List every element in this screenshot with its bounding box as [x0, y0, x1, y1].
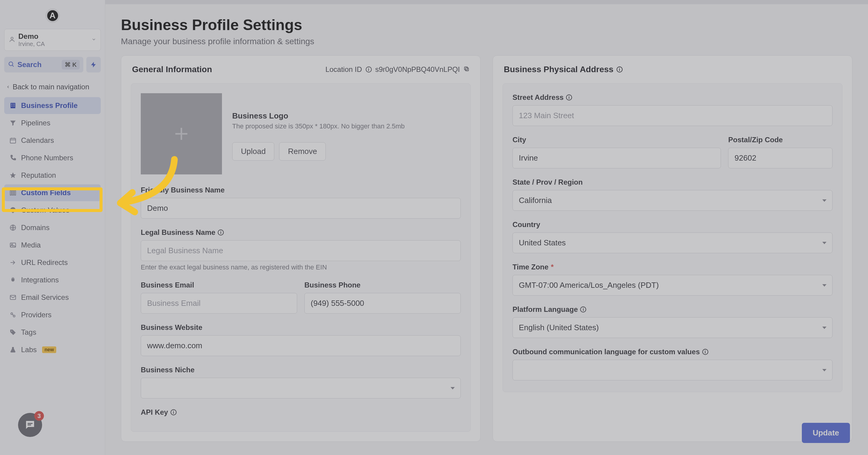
- info-icon[interactable]: i: [617, 66, 623, 72]
- sidebar-item-phone-numbers[interactable]: Phone Numbers: [4, 149, 101, 166]
- phone-label: Business Phone: [304, 281, 461, 289]
- country-label: Country: [513, 220, 833, 229]
- email-label: Business Email: [141, 281, 297, 289]
- svg-rect-6: [11, 105, 12, 107]
- plug-icon: [9, 276, 17, 284]
- search-shortcut: ⌘ K: [62, 60, 80, 69]
- nav-label: Domains: [21, 223, 50, 232]
- svg-rect-25: [464, 67, 467, 70]
- sidebar-item-url-redirects[interactable]: URL Redirects: [4, 254, 101, 271]
- copy-icon[interactable]: [463, 65, 469, 74]
- friendly-name-label: Friendly Business Name: [141, 186, 461, 194]
- city-input[interactable]: [513, 148, 721, 169]
- phone-icon: [9, 154, 17, 162]
- sidebar-item-labs[interactable]: Labs new: [4, 341, 101, 358]
- info-icon[interactable]: i: [366, 66, 372, 72]
- app-logo: A: [45, 8, 60, 23]
- sidebar-item-calendars[interactable]: Calendars: [4, 132, 101, 149]
- friendly-name-input[interactable]: [141, 198, 461, 219]
- zip-label: Postal/Zip Code: [728, 135, 833, 144]
- providers-icon: [9, 311, 17, 319]
- nav-label: Reputation: [21, 171, 56, 180]
- tags-icon: [9, 328, 17, 336]
- sidebar-item-domains[interactable]: Domains: [4, 219, 101, 236]
- info-icon[interactable]: i: [566, 94, 572, 100]
- sidebar-item-providers[interactable]: Providers: [4, 306, 101, 323]
- chevron-down-icon: [91, 37, 96, 43]
- upload-button[interactable]: Upload: [232, 142, 274, 160]
- nav-label: Labs: [21, 345, 37, 354]
- outbound-lang-select[interactable]: [513, 360, 833, 381]
- nav-label: Integrations: [21, 276, 59, 284]
- chat-fab[interactable]: 3: [18, 413, 42, 437]
- phone-input[interactable]: [304, 293, 461, 314]
- building-icon: [9, 102, 17, 110]
- general-info-title: General Information: [132, 65, 212, 74]
- sidebar-item-business-profile[interactable]: Business Profile: [4, 97, 101, 114]
- sidebar-item-email-services[interactable]: Email Services: [4, 289, 101, 306]
- sidebar-item-integrations[interactable]: Integrations: [4, 272, 101, 289]
- svg-point-23: [11, 331, 12, 332]
- nav-label: Calendars: [21, 136, 54, 145]
- street-label: Street Address: [513, 93, 564, 102]
- address-card: Business Physical Address i Street Addre…: [493, 55, 852, 442]
- search-label: Search: [18, 60, 59, 69]
- search-icon: [8, 61, 14, 68]
- lang-label: Platform Language: [513, 305, 578, 314]
- sidebar-item-reputation[interactable]: Reputation: [4, 167, 101, 184]
- nav-label: URL Redirects: [21, 258, 68, 267]
- remove-button[interactable]: Remove: [279, 142, 326, 160]
- legal-name-input[interactable]: [141, 240, 461, 261]
- search-button[interactable]: Search ⌘ K: [4, 57, 83, 72]
- niche-select[interactable]: [141, 378, 461, 398]
- website-input[interactable]: [141, 335, 461, 356]
- update-button[interactable]: Update: [802, 423, 850, 443]
- sidebar-item-tags[interactable]: Tags: [4, 324, 101, 341]
- location-sub: Irvine, CA: [18, 40, 88, 48]
- back-to-main-nav[interactable]: Back to main navigation: [4, 80, 101, 97]
- nav-label: Email Services: [21, 293, 69, 302]
- svg-rect-29: [28, 424, 31, 425]
- location-selector[interactable]: Demo Irvine, CA: [4, 29, 101, 51]
- general-info-card: General Information Location ID i s9r0gV…: [121, 55, 480, 442]
- user-icon: [9, 36, 16, 44]
- info-icon[interactable]: i: [580, 306, 586, 312]
- zip-input[interactable]: [728, 148, 833, 169]
- tz-select[interactable]: [513, 275, 833, 296]
- location-name: Demo: [18, 32, 88, 40]
- chat-badge: 3: [34, 411, 44, 421]
- business-logo-hint: The proposed size is 350px * 180px. No b…: [232, 122, 461, 130]
- sidebar-item-media[interactable]: Media: [4, 237, 101, 253]
- logo-row: A: [4, 6, 101, 29]
- redirect-icon: [9, 259, 17, 267]
- quick-actions-button[interactable]: [86, 57, 101, 72]
- niche-label: Business Niche: [141, 366, 461, 374]
- new-badge: new: [42, 346, 56, 353]
- info-icon[interactable]: i: [170, 409, 177, 415]
- state-label: State / Prov / Region: [513, 178, 833, 186]
- logo-upload-area[interactable]: [141, 93, 222, 175]
- fields-icon: [9, 189, 17, 197]
- email-input[interactable]: [141, 293, 297, 314]
- sidebar-item-custom-values[interactable]: Custom Values: [4, 202, 101, 219]
- outbound-lang-label: Outbound communication language for cust…: [513, 347, 700, 356]
- sidebar-item-custom-fields[interactable]: Custom Fields: [4, 184, 101, 201]
- topbar: [105, 0, 868, 4]
- state-select[interactable]: [513, 190, 833, 211]
- info-icon[interactable]: i: [702, 349, 708, 355]
- svg-point-1: [9, 62, 13, 66]
- sidebar: A Demo Irvine, CA Search ⌘ K: [0, 0, 105, 455]
- svg-rect-7: [13, 105, 14, 107]
- sidebar-item-pipelines[interactable]: Pipelines: [4, 115, 101, 131]
- nav-label: Phone Numbers: [21, 154, 73, 162]
- svg-line-22: [12, 314, 13, 315]
- country-select[interactable]: [513, 233, 833, 253]
- svg-rect-28: [28, 423, 33, 424]
- address-title: Business Physical Address: [504, 65, 614, 74]
- street-input[interactable]: [513, 105, 833, 126]
- info-icon[interactable]: i: [218, 230, 224, 236]
- lang-select[interactable]: [513, 317, 833, 338]
- nav-label: Custom Fields: [21, 188, 71, 197]
- page-title: Business Profile Settings: [121, 16, 852, 34]
- website-label: Business Website: [141, 323, 461, 332]
